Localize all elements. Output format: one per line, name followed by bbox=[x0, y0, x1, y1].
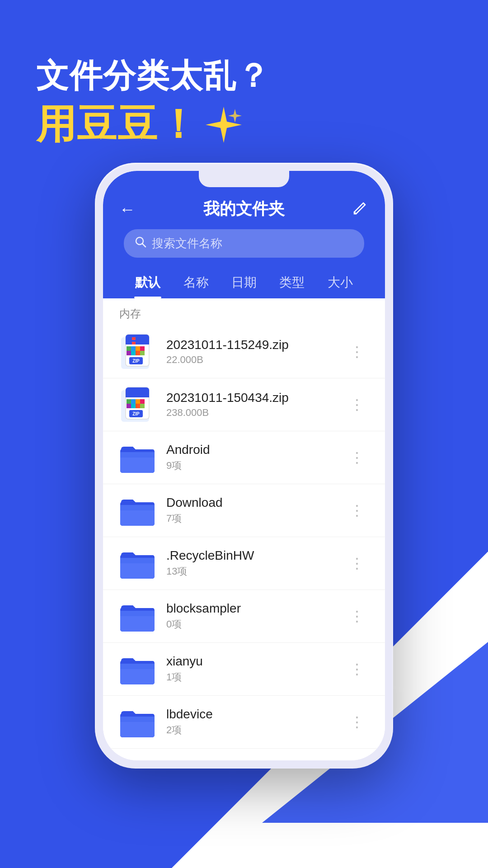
more-options-icon[interactable]: ⋮ bbox=[345, 444, 369, 471]
search-placeholder: 搜索文件名称 bbox=[152, 236, 222, 251]
folder-icon bbox=[119, 757, 155, 760]
svg-rect-17 bbox=[140, 351, 145, 355]
section-label: 内存 bbox=[103, 298, 385, 326]
svg-rect-14 bbox=[127, 351, 131, 355]
folder-icon bbox=[119, 545, 155, 581]
file-meta: 238.000B bbox=[166, 407, 334, 419]
file-name: lbdevice bbox=[166, 707, 334, 722]
more-options-icon[interactable]: ⋮ bbox=[345, 603, 369, 629]
promo-line2: 用豆豆！ bbox=[36, 98, 270, 151]
svg-rect-4 bbox=[126, 342, 149, 344]
svg-rect-31 bbox=[140, 404, 145, 408]
phone-notch bbox=[199, 171, 289, 187]
list-item[interactable]: blocksampler 0项 ⋮ bbox=[103, 590, 385, 643]
more-options-icon[interactable]: ⋮ bbox=[345, 709, 369, 735]
file-info: .RecycleBinHW 13项 bbox=[166, 548, 334, 578]
more-options-icon[interactable]: ⋮ bbox=[345, 656, 369, 682]
folder-icon bbox=[119, 704, 155, 740]
file-name: 20231011-115249.zip bbox=[166, 338, 334, 352]
svg-rect-10 bbox=[127, 346, 131, 351]
file-name: Download bbox=[166, 495, 334, 510]
tab-default[interactable]: 默认 bbox=[124, 267, 172, 298]
svg-rect-13 bbox=[140, 346, 145, 351]
edit-button[interactable] bbox=[352, 199, 369, 219]
app-header: ← 我的文件夹 bbox=[103, 171, 385, 298]
tab-size[interactable]: 大小 bbox=[316, 267, 364, 298]
file-info: 20231011-150434.zip 238.000B bbox=[166, 391, 334, 419]
svg-rect-12 bbox=[136, 346, 140, 351]
file-meta: 13项 bbox=[166, 565, 334, 578]
file-info: Download 7项 bbox=[166, 495, 334, 525]
file-info: blocksampler 0项 bbox=[166, 601, 334, 631]
folder-icon bbox=[119, 492, 155, 528]
more-options-icon[interactable]: ⋮ bbox=[345, 392, 369, 418]
list-item[interactable]: Android 9项 ⋮ bbox=[103, 431, 385, 484]
svg-rect-11 bbox=[131, 346, 136, 351]
svg-rect-29 bbox=[131, 404, 136, 408]
svg-text:ZIP: ZIP bbox=[132, 359, 140, 363]
zip-file-icon: ZIP bbox=[119, 387, 155, 423]
back-button[interactable]: ← bbox=[119, 200, 136, 219]
folder-icon bbox=[119, 439, 155, 476]
folder-icon bbox=[119, 651, 155, 687]
svg-rect-6 bbox=[132, 337, 136, 340]
list-item[interactable]: lbdevice 2项 ⋮ bbox=[103, 696, 385, 749]
sort-tabs: 默认 名称 日期 类型 大小 bbox=[119, 267, 369, 298]
more-options-icon[interactable]: ⋮ bbox=[345, 339, 369, 365]
search-icon bbox=[135, 236, 146, 251]
list-item[interactable]: .RecycleBinHW 13项 ⋮ bbox=[103, 537, 385, 590]
file-name: .RecycleBinHW bbox=[166, 548, 334, 563]
file-info: Android 9项 bbox=[166, 443, 334, 472]
zip-file-icon: ZIP bbox=[119, 334, 155, 370]
file-info: 20231011-115249.zip 22.000B bbox=[166, 338, 334, 366]
phone-screen: ← 我的文件夹 bbox=[103, 171, 385, 760]
file-meta: 1项 bbox=[166, 670, 334, 684]
svg-rect-16 bbox=[136, 351, 140, 355]
file-info: xianyu 1项 bbox=[166, 654, 334, 684]
nav-bar: ← 我的文件夹 bbox=[119, 193, 369, 229]
svg-rect-24 bbox=[127, 399, 131, 404]
svg-rect-27 bbox=[140, 399, 145, 404]
folder-icon bbox=[119, 598, 155, 634]
svg-rect-7 bbox=[132, 342, 136, 344]
list-item[interactable]: ZIP 20231011-150434.zip 238.000B ⋮ bbox=[103, 378, 385, 431]
file-meta: 7项 bbox=[166, 512, 334, 525]
file-info: lbdevice 2项 bbox=[166, 707, 334, 737]
page-title: 我的文件夹 bbox=[203, 198, 285, 220]
file-meta: 2项 bbox=[166, 723, 334, 737]
promo-header: 文件分类太乱？ 用豆豆！ bbox=[36, 54, 270, 151]
svg-text:ZIP: ZIP bbox=[132, 411, 140, 416]
file-name: xianyu bbox=[166, 654, 334, 669]
svg-rect-23 bbox=[126, 395, 149, 397]
phone-outer-shell: ← 我的文件夹 bbox=[95, 163, 393, 769]
more-options-icon[interactable]: ⋮ bbox=[345, 550, 369, 576]
phone-mockup: ← 我的文件夹 bbox=[95, 163, 393, 787]
list-item[interactable]: Pictures 8项 ⋮ bbox=[103, 749, 385, 760]
search-bar[interactable]: 搜索文件名称 bbox=[124, 229, 364, 258]
tab-date[interactable]: 日期 bbox=[220, 267, 268, 298]
file-info: Pictures 8项 bbox=[166, 760, 294, 760]
svg-rect-28 bbox=[127, 404, 131, 408]
svg-rect-30 bbox=[136, 404, 140, 408]
file-list: 内存 bbox=[103, 298, 385, 760]
file-name: 20231011-150434.zip bbox=[166, 391, 334, 405]
file-meta: 22.000B bbox=[166, 354, 334, 366]
promo-line1: 文件分类太乱？ bbox=[36, 54, 270, 98]
file-name: blocksampler bbox=[166, 601, 334, 616]
more-options-icon[interactable]: ⋮ bbox=[345, 497, 369, 524]
list-item[interactable]: ZIP 20231011-115249.zip 22.000B ⋮ bbox=[103, 326, 385, 378]
file-meta: 9项 bbox=[166, 459, 334, 472]
svg-rect-26 bbox=[136, 399, 140, 404]
tab-name[interactable]: 名称 bbox=[172, 267, 220, 298]
list-item[interactable]: xianyu 1项 ⋮ bbox=[103, 643, 385, 696]
svg-rect-25 bbox=[131, 399, 136, 404]
file-meta: 0项 bbox=[166, 618, 334, 631]
list-item[interactable]: Download 7项 ⋮ bbox=[103, 484, 385, 537]
tab-type[interactable]: 类型 bbox=[268, 267, 316, 298]
file-name: Pictures bbox=[166, 760, 294, 760]
file-name: Android bbox=[166, 443, 334, 457]
svg-rect-15 bbox=[131, 351, 136, 355]
sparkle-icon bbox=[203, 104, 244, 145]
